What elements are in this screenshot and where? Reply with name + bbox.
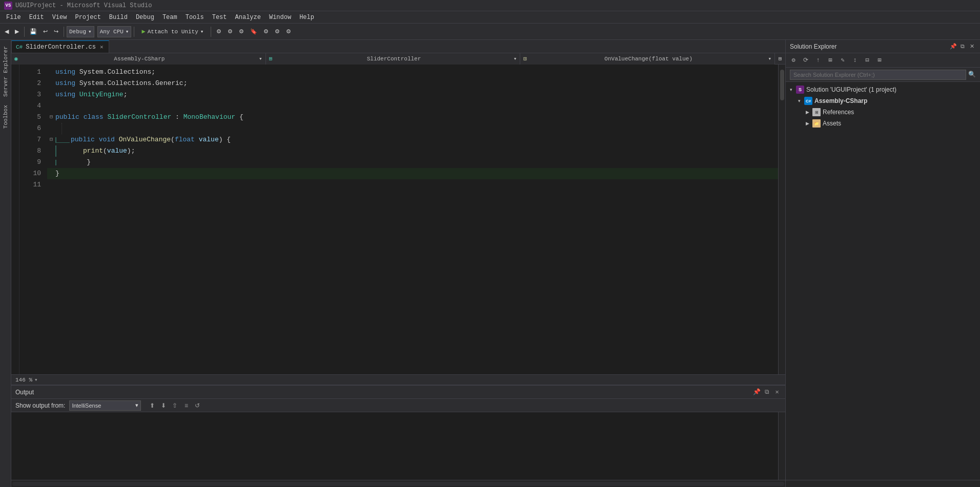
tree-assets[interactable]: ▶ 📁 Assets [786, 118, 980, 129]
tree-references[interactable]: ▶ ⊞ References [786, 107, 980, 118]
output-tool-4[interactable]: ≡ [181, 400, 191, 411]
zoom-dropdown[interactable]: ▾ [34, 376, 38, 383]
se-tool-5[interactable]: ✎ [837, 55, 848, 66]
save-button[interactable]: 💾 [27, 26, 39, 38]
attach-dropdown-arrow: ▾ [200, 28, 204, 35]
code-editor[interactable]: 1 2 3 4 5 6 7 8 9 10 11 using System.Col… [11, 65, 785, 374]
toolbar-btn-extra3[interactable]: ⚙ [236, 26, 247, 38]
menu-build[interactable]: Build [105, 13, 132, 22]
fold-7: ⊟ [47, 134, 55, 145]
output-tool-5[interactable]: ↺ [192, 400, 202, 411]
assembly-dropdown[interactable]: ◉ Assembly-CSharp ▾ [11, 53, 266, 65]
forward-button[interactable]: ▶ [12, 26, 22, 38]
se-float-btn[interactable]: ⧉ [958, 43, 967, 51]
horizontal-scrollbar[interactable] [42, 377, 781, 383]
editor-scrollbar[interactable] [778, 65, 785, 374]
output-pin-btn[interactable]: 📌 [752, 388, 761, 396]
solution-icon: S [796, 86, 804, 94]
undo-button[interactable]: ↩ [40, 26, 50, 38]
show-from-dropdown[interactable]: IntelliSense ▾ [69, 400, 141, 411]
menu-project[interactable]: Project [71, 13, 105, 22]
redo-button[interactable]: ↪ [51, 26, 61, 38]
se-bottom-scrollbar[interactable] [786, 480, 980, 487]
menu-edit[interactable]: Edit [25, 13, 48, 22]
toolbar-btn-extra2[interactable]: ⚙ [225, 26, 235, 38]
se-close-btn[interactable]: ✕ [968, 43, 976, 51]
se-pin-btn[interactable]: 📌 [949, 43, 957, 51]
solution-explorer: Solution Explorer 📌 ⧉ ✕ ⚙ ⟳ ↑ ⊞ ✎ ↕ ⊟ ⊞ … [785, 40, 980, 487]
se-toolbar: ⚙ ⟳ ↑ ⊞ ✎ ↕ ⊟ ⊞ [786, 53, 980, 68]
menu-help[interactable]: Help [295, 13, 318, 22]
assets-folder-icon: 📁 [812, 119, 821, 128]
refs-chevron: ▶ [804, 109, 810, 115]
output-controls: 📌 ⧉ ✕ [752, 388, 781, 396]
line-num-3: 3 [19, 89, 41, 100]
back-button[interactable]: ◀ [2, 26, 11, 38]
toolbar-btn-extra1[interactable]: ⚙ [214, 26, 224, 38]
scrollbar-thumb[interactable] [780, 70, 784, 100]
output-close-btn[interactable]: ✕ [773, 388, 781, 396]
output-header: Output 📌 ⧉ ✕ [11, 386, 785, 399]
output-float-btn[interactable]: ⧉ [763, 388, 771, 396]
solution-chevron: ▾ [788, 87, 794, 93]
slider-controller-tab[interactable]: C# SliderController.cs ✕ [11, 40, 109, 53]
tree-solution[interactable]: ▾ S Solution 'UGUIProject' (1 project) [786, 84, 980, 95]
code-line-4 [47, 100, 778, 112]
output-tool-1[interactable]: ⬆ [147, 400, 157, 411]
left-gutter [11, 65, 19, 374]
output-tool-3[interactable]: ⇧ [170, 400, 180, 411]
zoom-bar: 146 % ▾ [11, 374, 785, 385]
refs-icon: ⊞ [812, 108, 821, 116]
assembly-icon: ◉ [14, 55, 18, 62]
debug-mode-dropdown[interactable]: Debug ▾ [67, 26, 94, 37]
se-search-input[interactable] [790, 70, 966, 80]
nav-expand-btn[interactable]: ⊞ [775, 55, 785, 62]
code-line-5: ⊟ public class SliderController : MonoBe… [47, 112, 778, 123]
se-tool-1[interactable]: ⚙ [788, 55, 799, 66]
line-num-7: 7 [19, 134, 41, 145]
toolbar: ◀ ▶ 💾 ↩ ↪ Debug ▾ Any CPU ▾ ▶ Attach to … [0, 24, 980, 40]
output-scrollbar[interactable] [778, 412, 785, 480]
attach-play-icon: ▶ [141, 28, 145, 35]
output-tool-2[interactable]: ⬇ [158, 400, 169, 411]
menu-file[interactable]: File [2, 13, 25, 22]
toolbar-btn-extra6[interactable]: ⚙ [272, 26, 282, 38]
platform-dropdown[interactable]: Any CPU ▾ [97, 26, 132, 37]
se-tool-3[interactable]: ↑ [812, 55, 824, 66]
se-tool-6[interactable]: ↕ [849, 55, 861, 66]
toolbar-btn-extra4[interactable]: 🔖 [248, 26, 260, 38]
attach-to-unity-button[interactable]: ▶ Attach to Unity ▾ [137, 26, 208, 38]
line-num-6: 6 [19, 123, 41, 134]
se-tool-2[interactable]: ⟳ [800, 55, 811, 66]
title-bar-text: UGUIProject - Microsoft Visual Studio [15, 2, 152, 9]
menu-analyze[interactable]: Analyze [231, 13, 265, 22]
tree-assembly-csharp[interactable]: ▾ C# Assembly-CSharp [786, 95, 980, 107]
tab-close-button[interactable]: ✕ [99, 43, 105, 51]
method-dropdown[interactable]: ⊡ OnValueChange(float value) ▾ [520, 53, 775, 65]
platform-dropdown-arrow: ▾ [126, 28, 129, 35]
se-search-icon: 🔍 [968, 71, 976, 78]
menu-window[interactable]: Window [265, 13, 295, 22]
code-content[interactable]: using System.Collections; using System.C… [45, 65, 778, 374]
assets-label: Assets [823, 120, 841, 127]
se-tool-8[interactable]: ⊞ [874, 55, 885, 66]
output-content [11, 412, 778, 480]
menu-debug[interactable]: Debug [132, 13, 158, 22]
menu-view[interactable]: View [48, 13, 71, 22]
se-search-bar: 🔍 [786, 68, 980, 82]
toolbar-btn-extra7[interactable]: ⚙ [283, 26, 294, 38]
menu-tools[interactable]: Tools [181, 13, 208, 22]
class-dropdown[interactable]: ⊞ SliderController ▾ [266, 53, 521, 65]
toolbar-btn-extra5[interactable]: ⚙ [261, 26, 271, 38]
toolbox-tab[interactable]: Toolbox [1, 101, 11, 133]
output-bottom-scroll[interactable] [11, 480, 785, 487]
se-tool-4[interactable]: ⊞ [825, 55, 836, 66]
se-tool-7[interactable]: ⊟ [862, 55, 873, 66]
output-panel: Output 📌 ⧉ ✕ Show output from: IntelliSe… [11, 385, 785, 487]
zoom-level: 146 % [15, 377, 32, 383]
code-line-1: using System.Collections; [47, 67, 778, 78]
class-label: SliderController [367, 56, 421, 62]
menu-team[interactable]: Team [158, 13, 181, 22]
menu-test[interactable]: Test [208, 13, 231, 22]
server-explorer-tab[interactable]: Server Explorer [1, 42, 11, 101]
